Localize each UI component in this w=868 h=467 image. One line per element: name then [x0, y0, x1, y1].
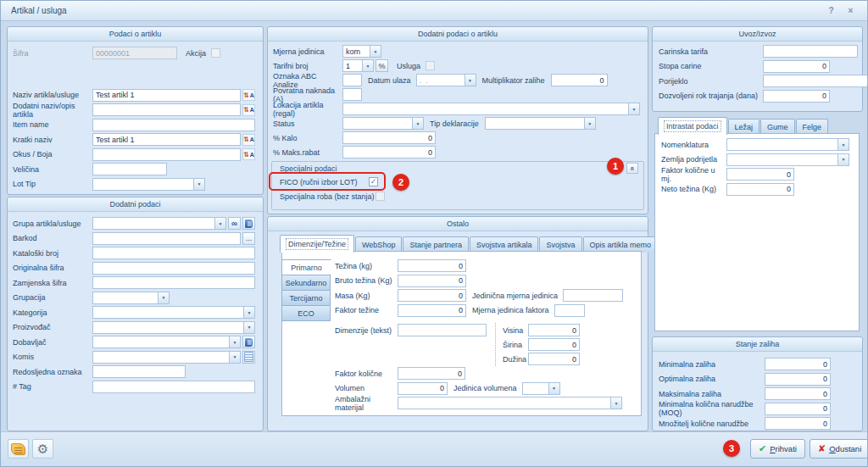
dropdown-arrow-icon[interactable] [158, 292, 170, 304]
jedinicna-mjerna-input[interactable] [563, 289, 623, 302]
specijalna-roba-checkbox[interactable] [376, 192, 385, 201]
faktor-kolicine-mj-input[interactable] [726, 168, 794, 181]
status-input[interactable] [342, 117, 412, 130]
proizvodac-input[interactable] [92, 321, 243, 334]
dropdown-arrow-icon[interactable] [193, 178, 205, 191]
zamjenska-input[interactable] [92, 276, 255, 289]
dropdown-arrow-icon[interactable] [837, 153, 849, 166]
barkod-input[interactable] [92, 232, 241, 245]
abc-input[interactable] [342, 74, 362, 86]
lot-tip-input[interactable] [92, 178, 193, 191]
jedinica-volumena-input[interactable] [522, 382, 548, 395]
bruto-tezina-input[interactable] [398, 275, 466, 287]
translate-icon[interactable] [242, 89, 255, 101]
dropdown-arrow-icon[interactable] [243, 321, 255, 334]
kalo-input[interactable] [342, 131, 436, 144]
multiplikator-input[interactable] [551, 74, 608, 86]
minimalna-zaliha-input[interactable] [765, 358, 831, 370]
dobavljac-input[interactable] [92, 336, 229, 348]
dropdown-arrow-icon[interactable] [628, 103, 640, 115]
percent-button[interactable]: % [376, 59, 388, 72]
tezina-input[interactable] [398, 259, 466, 272]
tip-deklaracije-input[interactable] [485, 117, 584, 130]
kratki-naziv-input[interactable] [92, 133, 241, 146]
maks-rabat-input[interactable] [342, 146, 436, 158]
volumen-input[interactable] [398, 382, 448, 395]
dropdown-arrow-icon[interactable] [229, 351, 241, 364]
close-icon[interactable]: × [844, 4, 857, 17]
partner-book-icon[interactable] [242, 336, 255, 348]
dropdown-arrow-icon[interactable] [584, 117, 596, 130]
mjerna-jedinica-input[interactable] [342, 45, 370, 58]
dropdown-arrow-icon[interactable] [465, 74, 476, 86]
tab-intrastat-podaci[interactable]: Intrastat podaci [658, 117, 727, 135]
translate-icon[interactable] [242, 104, 255, 116]
dropdown-arrow-icon[interactable] [610, 397, 622, 409]
komis-input[interactable] [92, 351, 229, 364]
carinska-tarifa-input[interactable] [763, 45, 858, 58]
dropdown-arrow-icon[interactable] [548, 382, 560, 395]
translate-icon[interactable] [242, 148, 255, 160]
nomenklatura-input[interactable] [726, 138, 837, 151]
stopa-carine-input[interactable] [763, 60, 830, 73]
rok-trajanja-input[interactable] [763, 90, 830, 103]
moq-input[interactable] [765, 403, 831, 415]
datum-ulaza-input[interactable] [416, 74, 465, 86]
settings-gear-button[interactable] [32, 439, 53, 459]
kataloski-input[interactable] [92, 247, 255, 259]
naziv-input[interactable] [92, 89, 241, 102]
visina-input[interactable] [528, 324, 580, 336]
povratna-input[interactable] [342, 88, 362, 101]
ambalazni-input[interactable] [398, 397, 610, 409]
originalna-input[interactable] [92, 262, 255, 275]
neto-tezina-input[interactable] [726, 183, 794, 196]
zemlja-podrijetla-input[interactable] [726, 153, 837, 166]
dropdown-arrow-icon[interactable] [837, 138, 849, 151]
faktor-kolicine-input[interactable] [398, 367, 465, 380]
item-name-input[interactable] [92, 119, 255, 131]
komis-list-icon[interactable] [242, 351, 255, 364]
mjerna-faktora-input[interactable] [554, 304, 585, 317]
tarifni-broj-input[interactable] [342, 59, 362, 72]
vtab-sekundarno[interactable]: Sekundarno [281, 275, 331, 291]
sirina-input[interactable] [528, 338, 580, 351]
usluga-checkbox[interactable] [426, 61, 435, 70]
translate-icon[interactable] [242, 134, 255, 146]
barkod-more-button[interactable]: ... [242, 232, 255, 245]
faktor-tezine-input[interactable] [398, 304, 466, 317]
dropdown-arrow-icon[interactable] [370, 45, 381, 58]
help-icon[interactable]: ? [825, 4, 837, 17]
optimalna-zaliha-input[interactable] [765, 373, 831, 386]
maksimalna-zaliha-input[interactable] [765, 387, 831, 400]
dimenzije-input[interactable] [398, 324, 487, 336]
search-binoculars-icon[interactable] [228, 217, 241, 230]
dropdown-arrow-icon[interactable] [229, 336, 241, 348]
odustani-button[interactable]: Odustani [810, 439, 868, 459]
velicina-input[interactable] [92, 163, 167, 175]
dodatni-naziv-input[interactable] [92, 103, 241, 116]
lokacija-input[interactable] [342, 103, 628, 115]
okus-boja-input[interactable] [92, 148, 241, 161]
vtab-primarno[interactable]: Primarno [281, 259, 331, 275]
duzina-input[interactable] [528, 353, 580, 365]
vtab-tercijarno[interactable]: Tercijarno [281, 290, 331, 306]
script-button[interactable] [8, 439, 29, 459]
vtab-eco[interactable]: ECO [281, 305, 331, 321]
grupa-input[interactable] [92, 217, 214, 230]
dropdown-arrow-icon[interactable] [362, 59, 374, 72]
masa-input[interactable] [398, 289, 466, 302]
porijeklo-input[interactable] [763, 75, 868, 87]
kategorija-input[interactable] [92, 306, 243, 319]
dropdown-arrow-icon[interactable] [412, 117, 424, 130]
grupacija-input[interactable] [92, 292, 158, 304]
tag-input[interactable] [92, 381, 255, 393]
dropdown-arrow-icon[interactable] [214, 217, 226, 230]
redosljedna-input[interactable] [92, 365, 186, 378]
dropdown-arrow-icon[interactable] [243, 306, 255, 319]
mnozitelj-input[interactable] [765, 417, 831, 430]
tab-dimenzije-tezine[interactable]: Dimenzije/Težine [280, 235, 354, 253]
collapse-chevron-icon[interactable] [626, 163, 638, 174]
akcija-checkbox[interactable] [211, 48, 220, 58]
prihvati-button[interactable]: Prihvati [750, 439, 805, 459]
catalog-book-icon[interactable] [242, 217, 255, 230]
